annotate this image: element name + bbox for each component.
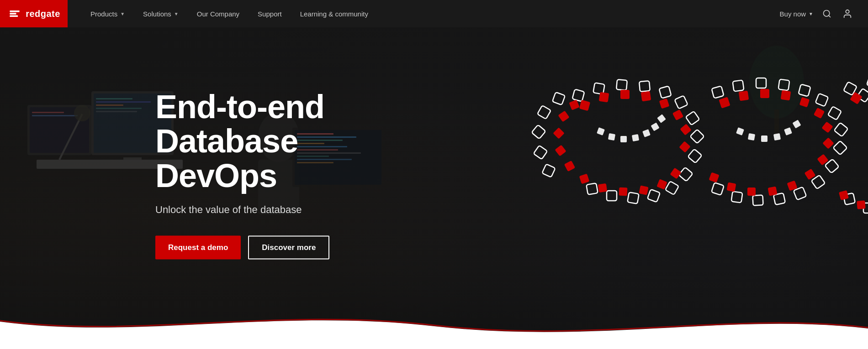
- svg-rect-69: [619, 187, 628, 196]
- svg-rect-57: [552, 92, 565, 104]
- svg-rect-66: [670, 167, 681, 179]
- svg-point-6: [846, 10, 849, 13]
- svg-rect-86: [756, 78, 766, 88]
- svg-rect-48: [665, 181, 679, 194]
- svg-rect-43: [674, 95, 688, 109]
- svg-rect-14: [96, 108, 142, 109]
- svg-rect-88: [799, 84, 811, 96]
- buy-now-button[interactable]: Buy now ▼: [780, 10, 813, 18]
- nav-support[interactable]: Support: [249, 0, 291, 27]
- svg-rect-44: [686, 111, 700, 125]
- svg-rect-47: [679, 167, 693, 181]
- svg-rect-38: [572, 89, 585, 101]
- svg-rect-50: [627, 192, 639, 203]
- svg-rect-111: [768, 186, 778, 196]
- svg-rect-80: [632, 134, 639, 141]
- svg-rect-114: [709, 172, 719, 182]
- search-icon: [822, 9, 831, 18]
- svg-rect-156: [839, 190, 849, 200]
- search-button[interactable]: [820, 7, 833, 20]
- svg-rect-63: [672, 109, 683, 120]
- svg-rect-94: [811, 175, 826, 189]
- bottom-wave: [0, 303, 868, 349]
- svg-rect-87: [778, 79, 790, 90]
- svg-rect-81: [642, 129, 651, 137]
- svg-rect-119: [784, 127, 792, 135]
- svg-rect-133: [850, 92, 863, 104]
- svg-rect-100: [719, 97, 730, 108]
- svg-rect-12: [96, 101, 151, 103]
- svg-rect-79: [620, 136, 627, 142]
- infinity-graphic: .sq-red { fill: #cc0000; } .sq-white { f…: [484, 47, 868, 302]
- svg-rect-97: [752, 195, 763, 205]
- svg-rect-101: [739, 90, 749, 101]
- svg-rect-62: [659, 98, 670, 109]
- discover-more-button[interactable]: Discover more: [248, 236, 329, 260]
- request-demo-button[interactable]: Request a demo: [155, 236, 241, 260]
- svg-rect-76: [569, 99, 579, 110]
- svg-point-23: [74, 105, 90, 121]
- svg-rect-78: [608, 133, 615, 140]
- svg-rect-84: [712, 86, 724, 98]
- svg-rect-103: [781, 90, 791, 100]
- svg-rect-18: [32, 112, 64, 113]
- svg-rect-53: [542, 164, 555, 177]
- svg-rect-40: [616, 79, 627, 90]
- svg-rect-107: [822, 137, 834, 149]
- svg-rect-42: [659, 86, 672, 98]
- svg-rect-112: [747, 188, 756, 196]
- hero-title: End-to-end Database DevOps: [155, 89, 329, 193]
- svg-rect-91: [834, 122, 848, 136]
- svg-rect-49: [647, 189, 660, 202]
- svg-rect-73: [555, 145, 566, 156]
- logo[interactable]: redgate: [0, 0, 68, 27]
- svg-rect-85: [733, 80, 744, 91]
- nav-products[interactable]: Products ▼: [81, 0, 134, 27]
- logo-text: redgate: [26, 9, 60, 19]
- svg-rect-13: [96, 104, 123, 106]
- nav-solutions[interactable]: Solutions ▼: [134, 0, 188, 27]
- user-icon: [842, 9, 852, 19]
- svg-rect-74: [553, 127, 564, 139]
- svg-rect-10: [123, 157, 142, 160]
- svg-rect-155: [857, 200, 866, 209]
- svg-rect-15: [96, 111, 137, 112]
- hero-subtitle: Unlock the value of the database: [155, 204, 329, 216]
- svg-rect-116: [748, 133, 755, 140]
- svg-rect-19: [32, 115, 78, 116]
- svg-rect-51: [607, 191, 617, 201]
- svg-rect-120: [792, 120, 801, 128]
- nav-our-company[interactable]: Our Company: [188, 0, 249, 27]
- svg-rect-118: [773, 133, 781, 140]
- svg-rect-99: [711, 182, 724, 195]
- svg-rect-55: [532, 125, 546, 139]
- svg-rect-60: [620, 90, 630, 99]
- svg-rect-104: [799, 97, 810, 107]
- products-chevron-icon: ▼: [120, 11, 125, 16]
- svg-rect-41: [639, 81, 650, 92]
- buy-now-chevron-icon: ▼: [809, 11, 813, 16]
- account-button[interactable]: [841, 7, 854, 21]
- hero-section: End-to-end Database DevOps Unlock the va…: [0, 0, 868, 349]
- svg-rect-90: [828, 106, 842, 120]
- nav-learning-community[interactable]: Learning & community: [291, 0, 377, 27]
- svg-rect-82: [651, 122, 659, 131]
- svg-rect-45: [690, 129, 704, 143]
- svg-rect-2: [10, 13, 16, 15]
- svg-rect-52: [586, 183, 598, 194]
- svg-rect-1: [10, 10, 19, 12]
- svg-rect-46: [688, 149, 702, 163]
- svg-rect-11: [96, 98, 132, 99]
- svg-rect-105: [814, 107, 825, 118]
- hero-cta-group: Request a demo Discover more: [155, 236, 329, 260]
- svg-rect-89: [815, 93, 829, 106]
- svg-line-5: [829, 16, 831, 17]
- svg-rect-77: [597, 127, 605, 135]
- navbar: redgate Products ▼ Solutions ▼ Our Compa…: [0, 0, 868, 27]
- svg-rect-75: [558, 110, 569, 122]
- svg-rect-59: [599, 92, 609, 102]
- svg-rect-65: [679, 141, 690, 152]
- svg-rect-64: [680, 124, 691, 135]
- svg-rect-113: [727, 182, 736, 192]
- solutions-chevron-icon: ▼: [174, 11, 179, 16]
